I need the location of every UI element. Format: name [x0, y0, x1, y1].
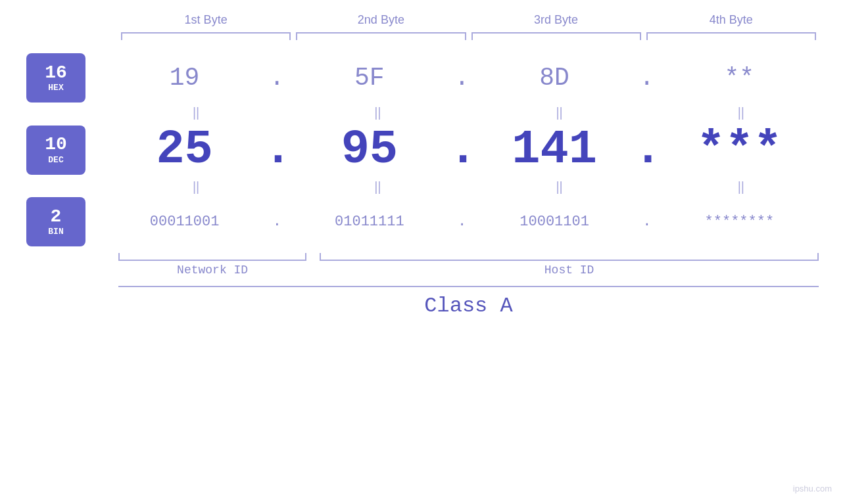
- hex-byte3: 8D: [475, 64, 634, 92]
- equals-row-1: || || || ||: [26, 105, 819, 120]
- dec-dot3: .: [634, 123, 660, 177]
- eq1-2: ||: [300, 105, 455, 120]
- bin-byte2: 01011111: [290, 214, 448, 230]
- bin-badge: 2 BIN: [26, 197, 85, 246]
- hex-base-name: HEX: [48, 83, 63, 93]
- dec-val-1: 25: [156, 123, 212, 177]
- eq2-3: ||: [482, 179, 637, 195]
- class-label: Class A: [118, 294, 819, 318]
- hex-dot1: .: [264, 64, 290, 92]
- hex-byte2: 5F: [290, 64, 448, 92]
- bin-base-name: BIN: [48, 227, 63, 237]
- bracket-byte4: [646, 32, 816, 40]
- bin-val-3: 10001101: [519, 214, 589, 230]
- hex-dot2: .: [449, 64, 475, 92]
- hex-byte4: **: [660, 64, 819, 92]
- hex-val-4: **: [725, 64, 755, 92]
- byte4-header: 4th Byte: [644, 13, 819, 27]
- top-brackets: [26, 32, 819, 40]
- byte2-header: 2nd Byte: [293, 13, 468, 27]
- eq2-2: ||: [300, 179, 455, 195]
- hex-badge: 16 HEX: [26, 53, 85, 103]
- dec-dot2: .: [449, 123, 475, 177]
- eq1-4: ||: [664, 105, 819, 120]
- dec-values: 25 . 95 . 141 . ***: [105, 123, 819, 177]
- dec-base-number: 10: [45, 135, 67, 155]
- dec-base-name: DEC: [48, 155, 63, 165]
- network-bracket: [118, 253, 306, 261]
- dec-byte3: 141: [475, 123, 634, 177]
- hex-byte1: 19: [105, 64, 264, 92]
- hex-row: 16 HEX 19 . 5F . 8D . **: [26, 53, 819, 103]
- bracket-byte3: [471, 32, 641, 40]
- bin-base-number: 2: [51, 207, 62, 227]
- dec-dot1: .: [264, 123, 290, 177]
- bin-byte1: 00011001: [105, 214, 264, 230]
- bin-dot2: .: [449, 214, 475, 230]
- dec-byte2: 95: [290, 123, 448, 177]
- bin-val-4: ********: [705, 214, 775, 230]
- dec-byte4: ***: [660, 123, 819, 177]
- hex-val-1: 19: [170, 64, 200, 92]
- byte1-header: 1st Byte: [118, 13, 293, 27]
- eq2-1: ||: [118, 179, 274, 195]
- hex-base-number: 16: [45, 63, 67, 83]
- eq1-1: ||: [118, 105, 274, 120]
- dec-val-2: 95: [341, 123, 398, 177]
- class-underline: [118, 286, 819, 287]
- dec-badge: 10 DEC: [26, 126, 85, 175]
- hex-val-2: 5F: [354, 64, 385, 92]
- eq1-3: ||: [482, 105, 637, 120]
- dec-row: 10 DEC 25 . 95 . 141 . ***: [26, 123, 819, 177]
- host-id-label: Host ID: [320, 263, 819, 277]
- class-section: Class A: [26, 286, 819, 318]
- bin-val-2: 01011111: [335, 214, 404, 230]
- bracket-byte2: [296, 32, 466, 40]
- equals-row-2: || || || ||: [26, 179, 819, 195]
- bin-val-1: 00011001: [150, 214, 220, 230]
- bin-dot3: .: [634, 214, 660, 230]
- host-bracket: [320, 253, 819, 261]
- bin-byte4: ********: [660, 214, 819, 230]
- id-labels: Network ID Host ID: [118, 263, 819, 277]
- bin-byte3: 10001101: [475, 214, 634, 230]
- network-id-label: Network ID: [118, 263, 306, 277]
- bracket-byte1: [121, 32, 291, 40]
- hex-dot3: .: [634, 64, 660, 92]
- main-container: 1st Byte 2nd Byte 3rd Byte 4th Byte 16 H…: [0, 0, 845, 504]
- eq2-4: ||: [664, 179, 819, 195]
- bin-row: 2 BIN 00011001 . 01011111 . 10001101 .: [26, 197, 819, 246]
- dec-val-3: 141: [512, 123, 597, 177]
- bin-values: 00011001 . 01011111 . 10001101 . *******…: [105, 214, 819, 230]
- bin-dot1: .: [264, 214, 290, 230]
- byte3-header: 3rd Byte: [469, 13, 644, 27]
- watermark: ipshu.com: [793, 484, 832, 493]
- bottom-bracket-lines: [118, 253, 819, 261]
- byte-headers: 1st Byte 2nd Byte 3rd Byte 4th Byte: [26, 13, 819, 27]
- hex-values: 19 . 5F . 8D . **: [105, 64, 819, 92]
- hex-val-3: 8D: [539, 64, 569, 92]
- dec-byte1: 25: [105, 123, 264, 177]
- dec-val-4: ***: [697, 123, 783, 177]
- bottom-labels-section: Network ID Host ID: [26, 253, 819, 277]
